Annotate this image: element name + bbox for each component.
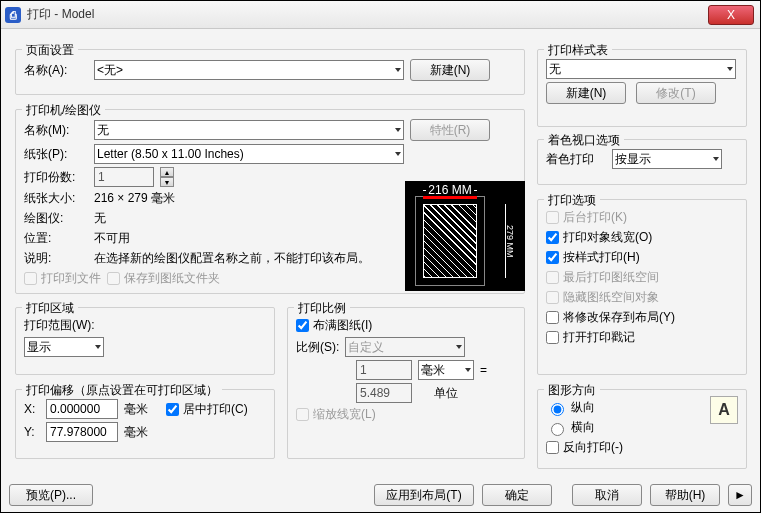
legend-options: 打印选项 xyxy=(544,192,600,209)
scale-lineweight-checkbox[interactable]: 缩放线宽(L) xyxy=(296,406,376,423)
scale-unit-label: 单位 xyxy=(418,385,474,402)
scale-unit-select[interactable]: 毫米 xyxy=(418,360,474,380)
close-icon: X xyxy=(727,8,735,22)
location-value: 不可用 xyxy=(94,230,130,247)
copies-spinner[interactable]: ▲▼ xyxy=(160,167,174,187)
window-title: 打印 - Model xyxy=(27,6,708,23)
legend-area: 打印区域 xyxy=(22,300,78,317)
apply-to-layout-button[interactable]: 应用到布局(T) xyxy=(374,484,474,506)
opt-last-checkbox[interactable]: 最后打印图纸空间 xyxy=(546,269,659,286)
opt-lineweight-checkbox[interactable]: 打印对象线宽(O) xyxy=(546,229,652,246)
legend-page-setup: 页面设置 xyxy=(22,42,78,59)
spin-up-icon[interactable]: ▲ xyxy=(160,167,174,177)
opt-bg-checkbox[interactable]: 后台打印(K) xyxy=(546,209,627,226)
group-style-table: 打印样式表 无 新建(N) 修改(T) xyxy=(537,49,747,127)
offset-y-unit: 毫米 xyxy=(124,424,148,441)
group-offset: 打印偏移（原点设置在可打印区域） X: 0.000000 毫米 居中打印(C) … xyxy=(15,389,275,459)
pagesetup-name-label: 名称(A): xyxy=(24,62,88,79)
chevron-down-icon xyxy=(95,345,101,349)
papersize-value: 216 × 279 毫米 xyxy=(94,190,175,207)
preview-top-edge xyxy=(423,196,477,199)
shade-select[interactable]: 按显示 xyxy=(612,149,722,169)
chevron-down-icon xyxy=(456,345,462,349)
spin-down-icon[interactable]: ▼ xyxy=(160,177,174,187)
opt-hide-checkbox[interactable]: 隐藏图纸空间对象 xyxy=(546,289,659,306)
offset-x-unit: 毫米 xyxy=(124,401,148,418)
legend-styletable: 打印样式表 xyxy=(544,42,612,59)
plotter-label: 绘图仪: xyxy=(24,210,88,227)
preview-width-label: 216 MM xyxy=(423,183,477,197)
opt-savechg-checkbox[interactable]: 将修改保存到布局(Y) xyxy=(546,309,675,326)
scale-ratio-label: 比例(S): xyxy=(296,339,339,356)
orient-reverse-checkbox[interactable]: 反向打印(-) xyxy=(546,439,623,456)
legend-orientation: 图形方向 xyxy=(544,382,600,399)
paper-label: 纸张(P): xyxy=(24,146,88,163)
expand-button[interactable]: ► xyxy=(728,484,752,506)
chevron-down-icon xyxy=(727,67,733,71)
paper-select[interactable]: Letter (8.50 x 11.00 Inches) xyxy=(94,144,404,164)
group-print-area: 打印区域 打印范围(W): 显示 xyxy=(15,307,275,375)
chevron-down-icon xyxy=(395,128,401,132)
offset-x-input[interactable]: 0.000000 xyxy=(46,399,118,419)
preview-hatch xyxy=(423,204,477,278)
printer-name-label: 名称(M): xyxy=(24,122,88,139)
range-label: 打印范围(W): xyxy=(24,317,95,334)
print-to-file-checkbox[interactable]: 打印到文件 xyxy=(24,270,101,287)
group-options: 打印选项 后台打印(K) 打印对象线宽(O) 按样式打印(H) 最后打印图纸空间… xyxy=(537,199,747,375)
group-scale: 打印比例 布满图纸(I) 比例(S): 自定义 1 毫米 = 5.489 单位 … xyxy=(287,307,525,459)
save-to-paper-checkbox[interactable]: 保存到图纸文件夹 xyxy=(107,270,220,287)
chevron-down-icon xyxy=(713,157,719,161)
copies-label: 打印份数: xyxy=(24,169,88,186)
orientation-icon: A xyxy=(710,396,738,424)
print-dialog: ⎙ 打印 - Model X 页面设置 名称(A): <无> 新建(N) 打印机… xyxy=(0,0,761,513)
fit-paper-checkbox[interactable]: 布满图纸(I) xyxy=(296,317,372,334)
copies-input[interactable]: 1 xyxy=(94,167,154,187)
printer-properties-button[interactable]: 特性(R) xyxy=(410,119,490,141)
preview-button[interactable]: 预览(P)... xyxy=(9,484,93,506)
dialog-body: 页面设置 名称(A): <无> 新建(N) 打印机/绘图仪 名称(M): 无 特… xyxy=(1,29,760,512)
group-page-setup: 页面设置 名称(A): <无> 新建(N) xyxy=(15,49,525,95)
scale-numerator-input[interactable]: 1 xyxy=(356,360,412,380)
app-icon: ⎙ xyxy=(5,7,21,23)
printer-name-select[interactable]: 无 xyxy=(94,120,404,140)
styletable-edit-button[interactable]: 修改(T) xyxy=(636,82,716,104)
styletable-new-button[interactable]: 新建(N) xyxy=(546,82,626,104)
offset-y-label: Y: xyxy=(24,425,40,439)
styletable-select[interactable]: 无 xyxy=(546,59,736,79)
group-orientation: 图形方向 纵向 横向 反向打印(-) A xyxy=(537,389,747,469)
paper-preview: 216 MM 279 MM xyxy=(405,181,525,291)
opt-stamp-checkbox[interactable]: 打开打印戳记 xyxy=(546,329,635,346)
shade-label: 着色打印 xyxy=(546,151,606,168)
titlebar[interactable]: ⎙ 打印 - Model X xyxy=(1,1,760,29)
chevron-down-icon xyxy=(465,368,471,372)
legend-viewport: 着色视口选项 xyxy=(544,132,624,149)
button-bar: 预览(P)... 应用到布局(T) 确定 取消 帮助(H) ► xyxy=(9,484,752,506)
close-button[interactable]: X xyxy=(708,5,754,25)
help-button[interactable]: 帮助(H) xyxy=(650,484,720,506)
center-print-checkbox[interactable]: 居中打印(C) xyxy=(166,401,248,418)
offset-y-input[interactable]: 77.978000 xyxy=(46,422,118,442)
cancel-button[interactable]: 取消 xyxy=(572,484,642,506)
equals-label: = xyxy=(480,363,487,377)
papersize-label: 纸张大小: xyxy=(24,190,88,207)
pagesetup-new-button[interactable]: 新建(N) xyxy=(410,59,490,81)
legend-scale: 打印比例 xyxy=(294,300,350,317)
chevron-down-icon xyxy=(395,68,401,72)
offset-x-label: X: xyxy=(24,402,40,416)
chevron-right-icon: ► xyxy=(734,488,746,502)
legend-printer: 打印机/绘图仪 xyxy=(22,102,105,119)
range-select[interactable]: 显示 xyxy=(24,337,104,357)
location-label: 位置: xyxy=(24,230,88,247)
desc-label: 说明: xyxy=(24,250,88,267)
scale-denominator-input[interactable]: 5.489 xyxy=(356,383,412,403)
orient-portrait-radio[interactable]: 纵向 xyxy=(546,399,595,416)
opt-style-checkbox[interactable]: 按样式打印(H) xyxy=(546,249,640,266)
group-viewport: 着色视口选项 着色打印 按显示 xyxy=(537,139,747,185)
ok-button[interactable]: 确定 xyxy=(482,484,552,506)
pagesetup-name-select[interactable]: <无> xyxy=(94,60,404,80)
scale-ratio-select[interactable]: 自定义 xyxy=(345,337,465,357)
plotter-value: 无 xyxy=(94,210,106,227)
preview-height-label: 279 MM xyxy=(505,204,515,278)
orient-landscape-radio[interactable]: 横向 xyxy=(546,419,595,436)
legend-offset: 打印偏移（原点设置在可打印区域） xyxy=(22,382,222,399)
